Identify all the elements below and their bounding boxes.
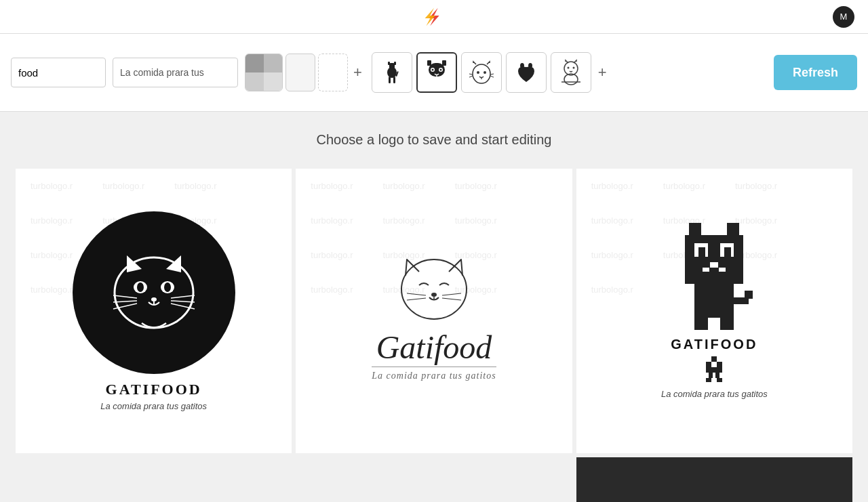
svg-rect-67: [694, 318, 708, 330]
logo1-graphic: [73, 211, 235, 374]
svg-rect-58: [685, 235, 743, 284]
logo1-tagline: La comida prara tus gatitos: [100, 401, 207, 411]
svg-point-30: [528, 63, 532, 68]
main-content: Choose a logo to save and start editing …: [0, 112, 868, 502]
svg-point-15: [439, 69, 441, 71]
logo3-graphic: [670, 223, 758, 331]
svg-rect-71: [706, 362, 711, 367]
svg-point-29: [520, 63, 524, 68]
logo-card-4[interactable]: [16, 457, 292, 502]
logo2-name: Gatifood: [376, 331, 492, 364]
logo2-graphic: [380, 240, 488, 329]
choose-title: Choose a logo to save and start editing: [14, 132, 854, 148]
swatch-mid: [264, 54, 282, 72]
logo-card-2-inner: Gatifood La comida prara tus gatitos: [296, 220, 572, 402]
swatch-dark: [245, 54, 264, 72]
svg-rect-61: [698, 247, 705, 257]
turbologo-icon: [420, 6, 448, 28]
svg-point-21: [473, 64, 490, 83]
svg-line-43: [113, 295, 137, 298]
svg-rect-76: [715, 373, 719, 378]
search-input[interactable]: [11, 58, 106, 87]
logo1-name: GATIFOOD: [106, 381, 202, 398]
svg-line-53: [407, 298, 426, 300]
color-swatch-dashed[interactable]: [318, 54, 348, 91]
logo-card-1-inner: GATIFOOD La comida prara tus gatitos: [16, 191, 292, 432]
svg-rect-4: [394, 62, 396, 65]
svg-rect-6: [389, 77, 391, 83]
svg-rect-74: [706, 367, 722, 373]
logo-card-3[interactable]: turbologo.rturbologo.r turbologo.rturbol…: [576, 169, 852, 453]
icon-cat-paw[interactable]: [506, 52, 547, 93]
svg-line-27: [490, 74, 494, 75]
svg-line-20: [445, 74, 449, 75]
svg-line-18: [425, 74, 429, 75]
top-bar: M: [0, 0, 868, 34]
swatch-lighter: [264, 72, 282, 91]
svg-rect-73: [717, 362, 722, 367]
svg-point-36: [115, 257, 193, 328]
svg-rect-70: [745, 291, 753, 299]
svg-rect-75: [709, 373, 713, 378]
svg-point-38: [137, 283, 144, 292]
toolbar: +: [0, 34, 868, 112]
svg-marker-1: [425, 7, 435, 26]
svg-line-17: [425, 72, 429, 72]
svg-rect-63: [710, 262, 718, 268]
svg-rect-57: [727, 223, 739, 235]
svg-rect-77: [706, 378, 711, 382]
icon-cat-sitting[interactable]: [551, 52, 591, 93]
icon-cat-face[interactable]: [416, 52, 457, 93]
logo-grid: turbologo.rturbologo.r turbologo.rturbol…: [14, 167, 854, 502]
svg-line-47: [171, 301, 195, 302]
refresh-button[interactable]: Refresh: [774, 55, 857, 90]
svg-line-28: [490, 76, 494, 77]
svg-line-54: [442, 293, 461, 295]
svg-line-25: [469, 74, 473, 75]
tagline-input[interactable]: [113, 58, 238, 87]
svg-rect-7: [393, 77, 395, 83]
user-avatar[interactable]: M: [833, 6, 854, 28]
svg-line-26: [469, 76, 473, 77]
swatch-light: [245, 72, 264, 91]
svg-rect-64: [703, 268, 709, 272]
svg-rect-66: [694, 284, 734, 318]
logo3-tagline: La comida prara tus gatitos: [661, 389, 768, 399]
add-color-button[interactable]: +: [351, 64, 365, 81]
svg-point-49: [401, 259, 467, 319]
logo-card-6[interactable]: [576, 457, 852, 502]
svg-line-46: [171, 295, 195, 298]
site-logo[interactable]: [420, 6, 448, 28]
logo3-name: GATIFOOD: [671, 337, 757, 352]
svg-point-5: [387, 67, 397, 78]
svg-line-55: [442, 298, 461, 300]
color-swatch-multi[interactable]: [245, 54, 283, 91]
svg-point-22: [477, 71, 479, 74]
svg-line-52: [407, 293, 426, 295]
svg-point-32: [567, 67, 569, 69]
svg-rect-65: [719, 268, 726, 272]
svg-rect-56: [689, 223, 701, 235]
color-swatch-white[interactable]: [285, 54, 315, 91]
logo-card-1[interactable]: turbologo.rturbologo.r turbologo.rturbol…: [16, 169, 292, 453]
icon-cat-standing[interactable]: [372, 52, 412, 93]
icon-cat-outline[interactable]: [461, 52, 502, 93]
svg-point-33: [572, 67, 574, 69]
logo-card-5[interactable]: [296, 457, 572, 502]
svg-rect-62: [724, 247, 731, 257]
color-palette: +: [245, 54, 365, 91]
svg-point-41: [151, 297, 157, 301]
logo3-small-icon: [701, 356, 728, 383]
svg-point-50: [431, 293, 437, 297]
svg-rect-72: [711, 356, 717, 362]
svg-rect-3: [388, 62, 390, 65]
logo2-tagline: La comida prara tus gatitos: [372, 367, 496, 381]
svg-rect-68: [720, 318, 734, 330]
svg-point-31: [564, 62, 578, 75]
svg-rect-78: [717, 378, 722, 382]
logo-card-2[interactable]: turbologo.rturbologo.r turbologo.rturbol…: [296, 169, 572, 453]
svg-line-44: [113, 301, 137, 302]
icon-strip: +: [372, 52, 610, 93]
logo-card-3-inner: GATIFOOD La comida prara tus gatitos: [576, 203, 852, 419]
add-icon-button[interactable]: +: [595, 64, 610, 81]
